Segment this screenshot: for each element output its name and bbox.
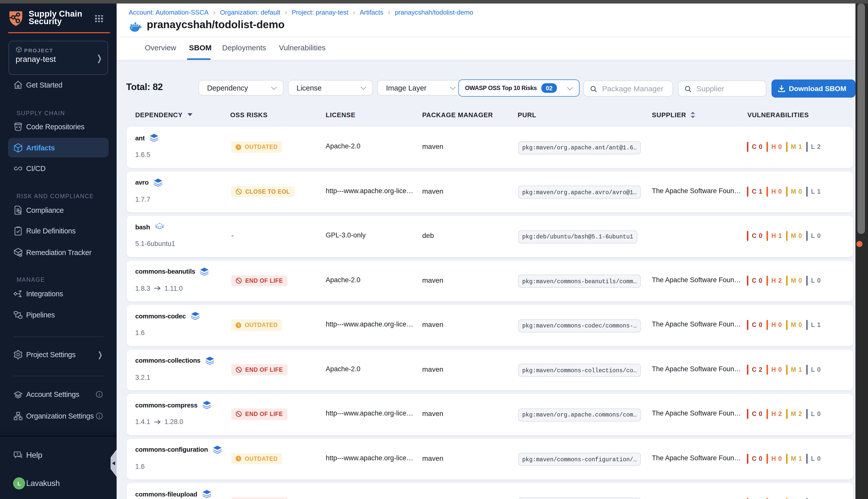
svg-text:?: ? xyxy=(16,452,18,456)
